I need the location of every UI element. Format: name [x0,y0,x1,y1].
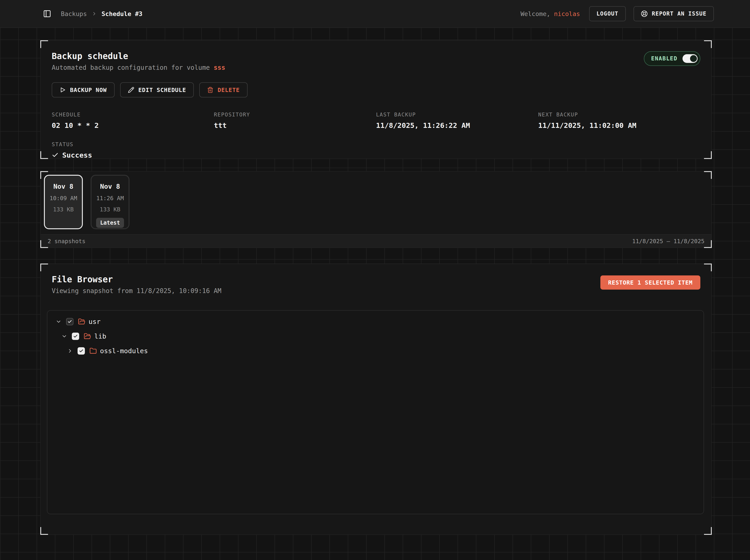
snapshot-size: 133 KB [53,206,74,213]
backup-now-button[interactable]: BACKUP NOW [52,82,115,97]
snapshots-timeline: Nov 8 10:09 AM 133 KB Nov 8 11:26 AM 133… [40,171,712,248]
report-issue-label: REPORT AN ISSUE [652,11,707,17]
field-label: REPOSITORY [214,112,376,118]
welcome-prefix: Welcome, [520,10,550,17]
username: nicolas [554,10,580,17]
latest-badge: Latest [96,218,124,228]
edit-schedule-button[interactable]: EDIT SCHEDULE [120,82,194,97]
corner-bracket [704,240,712,248]
corner-bracket [704,527,712,535]
checkbox-usr[interactable] [66,318,74,325]
tree-row-lib[interactable]: lib [47,329,704,344]
field-next-backup: NEXT BACKUP 11/11/2025, 11:02:00 AM [538,112,700,129]
field-schedule: SCHEDULE 02 10 * * 2 [52,112,214,129]
sidebar-toggle-button[interactable] [43,9,51,18]
restore-button[interactable]: RESTORE 1 SELECTED ITEM [600,276,700,289]
tree-label[interactable]: usr [88,318,100,325]
field-label: LAST BACKUP [376,112,538,118]
breadcrumb-current: Schedule #3 [102,10,142,17]
field-last-backup: LAST BACKUP 11/8/2025, 11:26:22 AM [376,112,538,129]
corner-bracket [40,151,48,159]
pencil-icon [128,87,134,93]
corner-bracket [704,263,712,271]
snapshot-time: 11:26 AM [96,195,124,202]
corner-bracket [40,240,48,248]
report-issue-button[interactable]: REPORT AN ISSUE [634,6,714,21]
toggle-switch[interactable] [683,54,697,63]
enabled-label: ENABLED [651,55,677,62]
chevron-down-icon[interactable] [61,333,67,339]
breadcrumb-backups-link[interactable]: Backups [61,10,87,17]
field-value: 11/8/2025, 11:26:22 AM [376,121,538,129]
field-value: ttt [214,121,376,129]
play-icon [59,87,66,93]
corner-bracket [40,527,48,535]
check-icon [52,152,59,159]
file-tree: usr lib ossl-modules [47,310,704,514]
corner-bracket [40,171,48,179]
field-value: 11/11/2025, 11:02:00 AM [538,121,700,129]
volume-name: sss [214,64,225,72]
backup-now-label: BACKUP NOW [70,87,107,93]
delete-button[interactable]: DELETE [199,82,247,97]
breadcrumb: Backups Schedule #3 [61,10,142,17]
checkbox-lib[interactable] [72,333,79,340]
schedule-subtitle: Automated backup configuration for volum… [52,64,225,72]
subtitle-prefix: Automated backup configuration for volum… [52,64,214,72]
snapshot-card[interactable]: Nov 8 11:26 AM 133 KB Latest [91,175,130,229]
corner-bracket [704,40,712,48]
delete-label: DELETE [218,87,240,93]
snapshot-date: Nov 8 [53,183,73,190]
corner-bracket [704,151,712,159]
field-label: SCHEDULE [52,112,214,118]
lifebuoy-icon [641,10,648,17]
status-badge: Success [62,151,92,159]
tree-row-usr[interactable]: usr [47,314,704,329]
corner-bracket [40,263,48,271]
backup-schedule-card: Backup schedule Automated backup configu… [40,40,712,159]
edit-schedule-label: EDIT SCHEDULE [138,87,186,93]
trash-icon [207,87,214,93]
tree-label[interactable]: ossl-modules [100,347,148,355]
tree-row-ossl-modules[interactable]: ossl-modules [47,344,704,358]
enabled-toggle[interactable]: ENABLED [644,51,700,66]
chevron-right-icon[interactable] [67,348,73,354]
chevron-down-icon[interactable] [56,319,62,325]
snapshot-date-range: 11/8/2025 – 11/8/2025 [632,238,705,244]
field-label: STATUS [52,141,214,147]
snapshot-size: 133 KB [100,206,120,213]
schedule-title: Backup schedule [52,51,225,61]
folder-open-icon [78,318,85,325]
field-label: NEXT BACKUP [538,112,700,118]
file-browser-subtitle: Viewing snapshot from 11/8/2025, 10:09:1… [52,287,221,295]
panel-left-icon [43,9,51,18]
snapshot-count: 2 snapshots [47,238,85,244]
toggle-knob [690,55,697,62]
file-browser-title: File Browser [52,275,221,284]
field-value: 02 10 * * 2 [52,121,214,129]
folder-open-icon [84,333,91,340]
snapshot-time: 10:09 AM [50,195,77,202]
field-repository: REPOSITORY ttt [214,112,376,129]
checkbox-ossl-modules[interactable] [78,347,85,355]
snapshots-footer: 2 snapshots 11/8/2025 – 11/8/2025 [41,234,711,247]
file-browser-card: File Browser Viewing snapshot from 11/8/… [40,263,712,535]
snapshot-date: Nov 8 [100,183,120,190]
chevron-right-icon [92,11,97,17]
corner-bracket [704,171,712,179]
field-status: STATUS Success [52,141,214,159]
corner-bracket [40,40,48,48]
tree-label[interactable]: lib [94,333,106,340]
welcome-text: Welcome, nicolas [520,10,580,17]
snapshot-card-selected[interactable]: Nov 8 10:09 AM 133 KB [44,175,83,229]
top-bar: Backups Schedule #3 Welcome, nicolas LOG… [0,0,750,28]
logout-button[interactable]: LOGOUT [589,6,626,21]
folder-icon [90,347,97,355]
